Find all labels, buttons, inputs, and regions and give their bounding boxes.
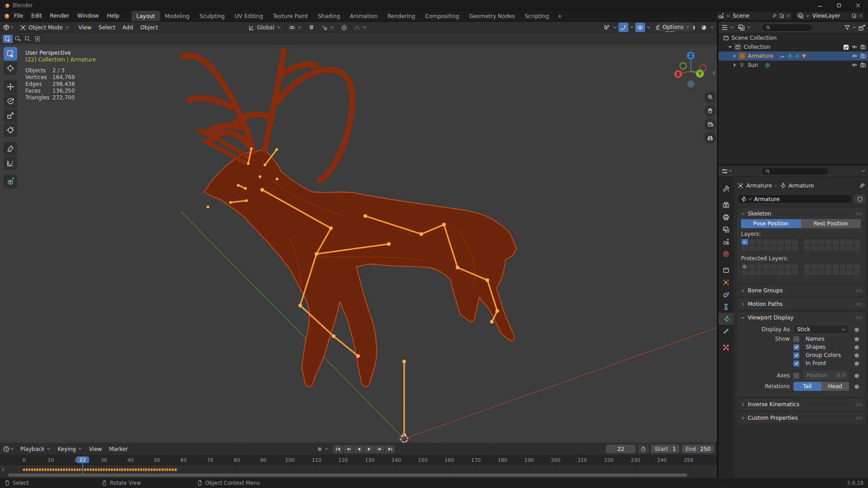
layer-cell[interactable] <box>804 245 811 251</box>
custom-properties-panel[interactable]: Custom Properties <box>737 413 865 423</box>
fake-user-shield-button[interactable] <box>854 194 865 204</box>
outliner-row-collection[interactable]: Collection <box>718 42 868 52</box>
outliner-row-scene-collection[interactable]: Scene Collection <box>718 33 868 42</box>
menu-add[interactable]: Add <box>119 23 137 32</box>
disclosure-right-icon[interactable] <box>734 54 736 58</box>
layer-cell[interactable] <box>818 239 825 245</box>
remove-viewlayer-icon[interactable] <box>859 14 863 18</box>
tab-modeling[interactable]: Modeling <box>160 11 195 21</box>
timeline-ruler[interactable]: 0102030405060708090100110120130140150160… <box>0 455 717 465</box>
pin-icon[interactable] <box>859 183 865 189</box>
viewlayer-selector[interactable]: ViewLayer <box>795 11 865 20</box>
layer-cell[interactable] <box>840 263 846 269</box>
layer-cell[interactable] <box>804 239 811 245</box>
jump-to-start-button[interactable] <box>333 445 343 453</box>
layer-cell[interactable] <box>854 239 860 245</box>
layer-cell[interactable] <box>840 239 846 245</box>
layer-cell[interactable] <box>811 270 817 276</box>
layer-cell[interactable] <box>756 239 763 245</box>
layer-cell[interactable] <box>825 239 832 245</box>
editor-type-outliner-icon[interactable] <box>721 24 728 31</box>
timeline-body[interactable]: 0102030405060708090100110120130140150160… <box>0 455 717 478</box>
tab-view-layer[interactable] <box>718 223 734 235</box>
animate-dot[interactable]: ● <box>853 360 861 366</box>
tab-geometry-nodes[interactable]: Geometry Nodes <box>464 11 520 21</box>
tab-constraints[interactable] <box>718 300 734 313</box>
pose-position-button[interactable]: Pose Position <box>741 219 801 228</box>
hide-eye-icon[interactable] <box>851 44 858 50</box>
region-expand-arrow[interactable] <box>1 467 5 472</box>
tab-object-data[interactable] <box>718 313 734 325</box>
layer-cell[interactable] <box>749 239 755 245</box>
layer-cell[interactable] <box>792 263 798 269</box>
layer-cell[interactable] <box>818 263 825 269</box>
animate-dot[interactable]: ● <box>853 344 861 350</box>
layer-cell[interactable] <box>846 263 853 269</box>
layer-cell[interactable] <box>784 245 791 251</box>
layer-cell[interactable] <box>777 239 784 245</box>
pan-button[interactable] <box>704 105 716 117</box>
new-scene-icon[interactable] <box>779 13 784 19</box>
rest-position-button[interactable]: Rest Position <box>801 219 861 228</box>
motion-paths-panel[interactable]: Motion Paths <box>737 299 865 310</box>
tab-output[interactable] <box>718 211 734 223</box>
bone-groups-panel[interactable]: Bone Groups <box>737 285 865 296</box>
editor-type-timeline-icon[interactable] <box>3 446 10 453</box>
layer-cell[interactable] <box>825 263 832 269</box>
tab-scripting[interactable]: Scripting <box>520 11 554 21</box>
layer-cell[interactable] <box>792 239 798 245</box>
tab-animation[interactable]: Animation <box>345 11 382 21</box>
head-button[interactable]: Head <box>821 382 849 391</box>
armature-name-field[interactable]: Armature <box>737 194 853 204</box>
checkbox-in-front[interactable] <box>793 361 799 366</box>
select-mode-subtract-button[interactable] <box>23 35 33 43</box>
layer-cell[interactable] <box>777 245 784 251</box>
tab-physics[interactable] <box>718 288 734 300</box>
layer-cell[interactable] <box>811 245 817 251</box>
breadcrumb-data[interactable]: Armature <box>788 183 814 189</box>
menu-playback[interactable]: Playback <box>17 445 54 454</box>
tab-tool[interactable] <box>718 183 734 195</box>
snap-target-dropdown[interactable] <box>318 23 337 32</box>
select-mode-extend-button[interactable] <box>13 35 23 43</box>
filter-icon[interactable] <box>844 24 850 31</box>
3d-viewport[interactable]: Object Mode ViewSelectAddObject Global <box>0 22 717 443</box>
layer-cell[interactable] <box>763 239 769 245</box>
keyframe-band[interactable] <box>0 465 717 474</box>
select-mode-new-button[interactable] <box>3 35 13 43</box>
layer-cell[interactable] <box>818 270 825 276</box>
tab-bone[interactable] <box>718 325 734 337</box>
timeline-scrollbar[interactable] <box>8 474 687 477</box>
layer-cell[interactable] <box>854 263 860 269</box>
chevron-down-icon[interactable] <box>861 169 865 173</box>
outliner-search[interactable] <box>762 23 812 32</box>
animate-dot[interactable]: ● <box>853 383 861 389</box>
display-as-dropdown[interactable]: Stick <box>793 325 849 334</box>
tool-rotate[interactable] <box>4 94 17 108</box>
layer-cell[interactable] <box>832 263 839 269</box>
layer-cell[interactable] <box>854 270 860 276</box>
layer-cell[interactable] <box>763 263 769 269</box>
menu-marker[interactable]: Marker <box>105 445 131 454</box>
menu-select[interactable]: Select <box>95 23 119 32</box>
layer-cell[interactable] <box>832 245 839 251</box>
show-object-types-toggle[interactable] <box>602 23 612 32</box>
breadcrumb-object[interactable]: Armature <box>746 183 772 189</box>
drag-handle-icon[interactable] <box>855 211 862 217</box>
play-reverse-button[interactable] <box>354 445 363 453</box>
unlink-scene-icon[interactable] <box>786 14 791 18</box>
tool-scale[interactable] <box>4 109 17 122</box>
outliner-row-armature[interactable]: Armature <box>718 52 868 61</box>
current-frame-badge[interactable]: 22 <box>76 456 89 463</box>
pivot-point-dropdown[interactable] <box>286 23 305 32</box>
properties-search-input[interactable] <box>772 169 817 174</box>
layer-cell[interactable] <box>777 270 784 276</box>
tab-layout[interactable]: Layout <box>132 11 160 21</box>
layer-cell[interactable] <box>749 245 755 251</box>
display-mode-icon[interactable] <box>738 24 745 31</box>
blender-menu-icon[interactable] <box>3 12 10 19</box>
layer-cell[interactable] <box>749 263 755 269</box>
auto-key-record-icon[interactable] <box>316 446 323 452</box>
play-button[interactable] <box>364 445 374 453</box>
menu-edit[interactable]: Edit <box>27 11 46 21</box>
